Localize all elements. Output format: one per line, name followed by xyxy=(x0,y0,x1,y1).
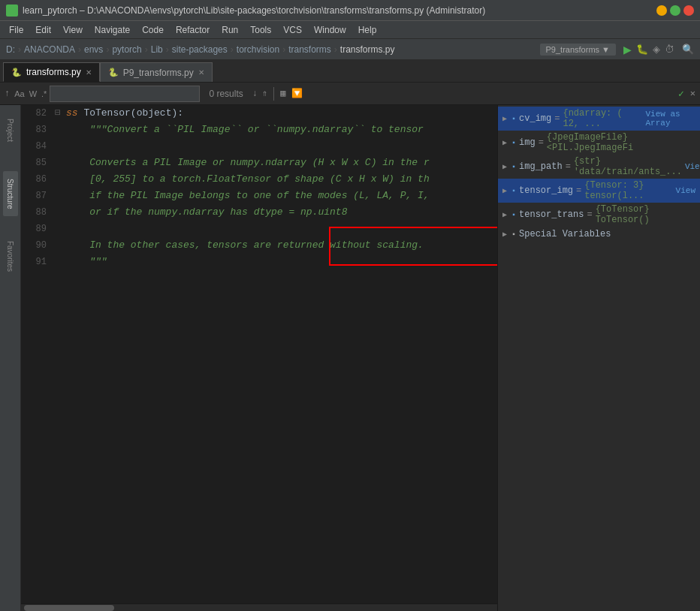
line-num-91: 91 xyxy=(21,254,53,270)
line-num-89: 89 xyxy=(21,221,53,237)
path-site-packages[interactable]: site-packages xyxy=(172,44,228,55)
line-content-87: if the PIL Image belongs to one of the m… xyxy=(63,188,497,204)
line-fold-83 xyxy=(53,122,63,138)
sidebar-favorites-icon[interactable]: Favorites xyxy=(3,234,18,279)
left-sidebar: Project Structure Favorites xyxy=(0,105,21,611)
var-item-tensor-trans[interactable]: ▶ ▪ tensor_trans = {ToTensor} ToTensor() xyxy=(498,203,700,227)
path-pytorch[interactable]: pytorch xyxy=(112,44,141,55)
search-bar: ↑ Aa W .* 0 results ↓ ⇑ ▦ 🔽 ✓ ✕ xyxy=(0,83,700,105)
line-content-85: Converts a PIL Image or numpy.ndarray (H… xyxy=(63,155,497,171)
var-item-tensor-img[interactable]: ▶ ▪ tensor_img = {Tensor: 3} tensor(l...… xyxy=(498,179,700,203)
code-editor[interactable]: 82 ⊟ ss ToTensor(object): 83 """Convert … xyxy=(21,105,497,603)
close-button[interactable] xyxy=(683,5,694,16)
profile-button[interactable]: ⏱ xyxy=(665,44,674,55)
line-content-91: """ xyxy=(63,254,497,270)
app-icon xyxy=(6,5,18,17)
var-icon-img: ▪ xyxy=(511,139,516,147)
run-button[interactable]: ▶ xyxy=(623,44,632,56)
path-envs[interactable]: envs xyxy=(84,44,103,55)
search-up-btn[interactable]: ⇑ xyxy=(262,88,267,99)
aa-btn[interactable]: Aa xyxy=(14,89,24,98)
view-link-img-path[interactable]: View xyxy=(685,162,700,171)
search-results-count: 0 results xyxy=(209,89,243,99)
var-item-img[interactable]: ▶ ▪ img = {JpegImageFile} <PIL.JpegImage… xyxy=(498,131,700,155)
line-content-82: ss ToTensor(object): xyxy=(63,105,497,122)
menu-code[interactable]: Code xyxy=(136,23,170,37)
var-icon-img-path: ▪ xyxy=(511,163,516,171)
line-fold-82[interactable]: ⊟ xyxy=(53,105,63,122)
menu-navigate[interactable]: Navigate xyxy=(89,23,136,37)
code-line-89: 89 xyxy=(21,221,497,237)
line-content-90: In the other cases, tensors are returned… xyxy=(63,237,497,254)
coverage-button[interactable]: ◈ xyxy=(653,44,660,55)
filter2-icon[interactable]: 🔽 xyxy=(291,88,303,99)
tab-p9transforms[interactable]: 🐍 P9_transforms.py ✕ xyxy=(100,62,213,82)
menu-view[interactable]: View xyxy=(57,23,89,37)
menu-tools[interactable]: Tools xyxy=(244,23,277,37)
line-num-90: 90 xyxy=(21,237,53,254)
variable-list: ▶ ▪ cv_img = {ndarray: ( 12, ... View as… xyxy=(498,105,700,611)
main-layout: Project Structure Favorites 82 ⊟ ss ToTe… xyxy=(0,105,700,611)
debug-button[interactable]: 🐛 xyxy=(636,44,648,55)
menu-window[interactable]: Window xyxy=(308,23,352,37)
menu-help[interactable]: Help xyxy=(352,23,383,37)
tab-icon-transforms: 🐍 xyxy=(11,68,22,77)
search-prev-btn[interactable]: ↑ xyxy=(5,89,10,99)
code-line-84: 84 xyxy=(21,138,497,155)
code-line-83: 83 """Convert a ``PIL Image`` or ``numpy… xyxy=(21,122,497,138)
var-item-img-path[interactable]: ▶ ▪ img_path = {str} 'data/train/ants_..… xyxy=(498,155,700,179)
regex-btn[interactable]: .* xyxy=(41,89,47,98)
view-link-tensor-img[interactable]: View xyxy=(676,186,695,195)
path-lib[interactable]: Lib xyxy=(151,44,163,55)
menu-refactor[interactable]: Refactor xyxy=(170,23,216,37)
menu-bar: FileEditViewNavigateCodeRefactorRunTools… xyxy=(0,21,700,39)
code-line-91: 91 """ xyxy=(21,254,497,270)
tab-label-transforms: transforms.py xyxy=(26,67,81,77)
view-array-link[interactable]: View as Array xyxy=(646,110,696,128)
path-transforms[interactable]: transforms xyxy=(288,44,331,55)
sidebar-project-icon[interactable]: Project xyxy=(3,108,18,153)
sidebar-structure-icon[interactable]: Structure xyxy=(3,171,18,216)
filter-icon[interactable]: ▦ xyxy=(280,88,285,99)
var-icon-special: ▪ xyxy=(511,230,516,239)
path-torchvision[interactable]: torchvision xyxy=(237,44,279,55)
tab-icon-p9: 🐍 xyxy=(108,68,119,77)
menu-file[interactable]: File xyxy=(3,23,29,37)
menu-edit[interactable]: Edit xyxy=(29,23,57,37)
tab-transforms[interactable]: 🐍 transforms.py ✕ xyxy=(3,62,100,82)
h-scrollbar[interactable] xyxy=(21,603,497,611)
line-num-82: 82 xyxy=(21,105,53,122)
line-num-86: 86 xyxy=(21,171,53,188)
menu-run[interactable]: Run xyxy=(216,23,244,37)
line-num-88: 88 xyxy=(21,204,53,221)
tabs-bar: 🐍 transforms.py ✕ 🐍 P9_transforms.py ✕ xyxy=(0,60,700,83)
var-item-special[interactable]: ▶ ▪ Special Variables xyxy=(498,227,700,242)
search-everywhere-button[interactable]: 🔍 xyxy=(682,44,694,55)
code-line-90: 90 In the other cases, tensors are retur… xyxy=(21,237,497,254)
path-d[interactable]: D: xyxy=(6,44,15,55)
tab-label-p9: P9_transforms.py xyxy=(123,68,194,78)
title-bar: learn_pytorch – D:\ANACONDA\envs\pytorch… xyxy=(0,0,700,21)
minimize-button[interactable] xyxy=(656,5,667,16)
close-search-btn[interactable]: ✕ xyxy=(690,88,695,99)
menu-vcs[interactable]: VCS xyxy=(277,23,308,37)
tab-close-transforms[interactable]: ✕ xyxy=(86,68,92,77)
line-num-87: 87 xyxy=(21,188,53,204)
w-btn[interactable]: W xyxy=(29,89,37,98)
h-scrollbar-thumb[interactable] xyxy=(24,605,114,611)
line-num-83: 83 xyxy=(21,122,53,138)
tab-close-p9[interactable]: ✕ xyxy=(198,68,204,77)
search-next-btn[interactable]: ↓ xyxy=(252,89,258,99)
line-content-89 xyxy=(63,221,497,237)
search-input[interactable] xyxy=(50,86,200,102)
path-bar: D: › ANACONDA › envs › pytorch › Lib › s… xyxy=(0,39,700,60)
code-line-88: 88 or if the numpy.ndarray has dtype = n… xyxy=(21,204,497,221)
path-file: transforms.py xyxy=(340,44,395,55)
right-panel: ▶ ▪ cv_img = {ndarray: ( 12, ... View as… xyxy=(497,105,700,611)
maximize-button[interactable] xyxy=(670,5,680,16)
var-item-cv-img[interactable]: ▶ ▪ cv_img = {ndarray: ( 12, ... View as… xyxy=(498,107,700,131)
path-anaconda[interactable]: ANACONDA xyxy=(24,44,75,55)
code-line-87: 87 if the PIL Image belongs to one of th… xyxy=(21,188,497,204)
editor-area: 82 ⊟ ss ToTensor(object): 83 """Convert … xyxy=(21,105,497,611)
branch-selector[interactable]: P9_transforms ▼ xyxy=(540,44,616,56)
